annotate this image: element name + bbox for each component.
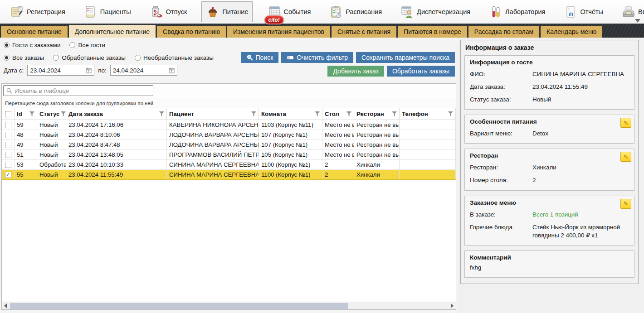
scrollbar-thumb[interactable] — [10, 303, 348, 309]
toolbar-item-events[interactable]: События cito! — [263, 2, 315, 22]
calendar-icon[interactable]: 7 — [86, 67, 92, 73]
cito-badge: cito! — [264, 15, 284, 24]
tab-eat-in-room[interactable]: Питаются в номере — [398, 26, 467, 38]
toolbar-item-label: Ввод текста — [638, 8, 644, 15]
table-row[interactable]: 48 Новый 23.04.2024 8:10:06 ЛОДОЧИНА ВАР… — [2, 130, 456, 140]
table-row[interactable]: 53 Обработан 23.04.2024 10:10:33 СИНИНА … — [2, 160, 456, 170]
column-header-patient[interactable]: Пациент — [167, 108, 259, 120]
cell-patient: КАВЕРИНА НИКОНОРА АРСЕНЬЕВНА — [167, 120, 259, 130]
select-all-checkbox[interactable] — [5, 111, 11, 117]
search-buttons-row: Поиск Очистить фильтр Сохранить параметр… — [241, 52, 455, 63]
cell-phone — [400, 150, 456, 159]
edit-order-menu-button[interactable] — [620, 199, 631, 209]
filter-icon[interactable] — [61, 111, 66, 116]
table-search-input[interactable] — [15, 87, 150, 94]
row-checkbox[interactable] — [5, 162, 11, 168]
toolbar-item-label: Расписания — [346, 8, 382, 15]
row-checkbox[interactable] — [5, 142, 11, 148]
cell-date: 23.04.2024 13:48:05 — [66, 150, 167, 159]
search-button[interactable]: Поиск — [241, 52, 279, 63]
radio-guests-with-orders[interactable]: Гости с заказами — [4, 42, 60, 48]
tab-nutrition-summary[interactable]: Сводка по питанию — [157, 26, 226, 38]
column-header-table[interactable]: Стол — [322, 108, 354, 120]
order-status-label: Статус заказа: — [470, 96, 532, 104]
filter-icon[interactable] — [159, 111, 164, 116]
tab-additional-nutrition[interactable]: Дополнительное питание — [69, 25, 156, 38]
fio-value: СИНИНА МАРИНА СЕРГЕЕВНА — [532, 70, 629, 78]
toolbar-item-dispatch[interactable]: Диспетчеризация — [396, 2, 474, 22]
column-header-restaurant[interactable]: Ресторан — [354, 108, 400, 120]
table-row-selected[interactable]: 55 Новый 23.04.2024 11:55:49 СИНИНА МАРИ… — [2, 170, 456, 180]
tab-menu-calendar[interactable]: Календарь меню — [541, 26, 602, 38]
order-menu-group: Заказное меню В заказе:Всего 1 позиций Г… — [464, 196, 634, 246]
toolbar-item-label: Регистрация — [27, 8, 65, 15]
comment-text: fxhg — [470, 264, 629, 272]
cell-room: 107 (Корпус №1) — [259, 140, 322, 149]
tab-table-seating[interactable]: Рассадка по столам — [468, 26, 539, 38]
scroll-left-icon[interactable] — [4, 303, 7, 308]
toolbar-item-nutrition[interactable]: Питание — [201, 1, 252, 22]
column-header-id[interactable]: Id — [15, 108, 37, 120]
process-orders-button[interactable]: Обработать заказы — [387, 66, 455, 77]
tab-removed-from-nutrition[interactable]: Снятые с питания — [332, 26, 396, 38]
filter-icon[interactable] — [315, 111, 320, 116]
pills-jar-icon — [149, 5, 164, 19]
orders-grid: Id Статус Дата заказа Пациент Комната Ст… — [2, 108, 456, 180]
date-to-input[interactable]: 24.04.2024 7 — [110, 65, 177, 76]
save-search-params-button[interactable]: Сохранить параметры поиска — [356, 52, 455, 63]
row-checkbox-checked[interactable] — [5, 172, 11, 178]
cell-phone — [400, 170, 456, 179]
table-row[interactable]: 51 Новый 23.04.2024 13:48:05 ПРОГРАММОВ … — [2, 150, 456, 160]
horizontal-scrollbar[interactable] — [2, 302, 456, 309]
filter-icon[interactable] — [392, 111, 397, 116]
cell-patient: ПРОГРАММОВ ВАСИЛИЙ ПЕТРОВИЧ — [167, 150, 259, 159]
column-header-room[interactable]: Комната — [259, 108, 322, 120]
group-title: Ресторан — [470, 152, 629, 159]
toolbar-item-vacation[interactable]: Отпуск — [146, 2, 190, 22]
filter-icon[interactable] — [346, 111, 351, 116]
table-search-row — [2, 84, 456, 98]
toolbar-item-schedules[interactable]: Расписания — [325, 2, 385, 22]
search-icon — [247, 54, 253, 61]
toolbar-item-label: Питание — [222, 8, 248, 15]
row-checkbox[interactable] — [5, 152, 11, 158]
tab-main-nutrition[interactable]: Основное питание — [1, 26, 68, 38]
tab-nutrition-changes[interactable]: Изменения питания пациентов — [227, 26, 330, 38]
add-order-button[interactable]: Добавить заказ — [327, 66, 384, 77]
toolbar-item-label: Диспетчеризация — [417, 8, 470, 15]
cell-patient: ЛОДОЧИНА ВАРВАРА АРСЕНЬЕВНА — [167, 130, 259, 140]
cell-patient: ЛОДОЧИНА ВАРВАРА АРСЕНЬЕВНА — [167, 140, 259, 149]
toolbar-item-laboratory[interactable]: Лаборатория — [485, 2, 549, 22]
filter-icon[interactable] — [251, 111, 256, 116]
toolbar-item-patients[interactable]: Пациенты — [80, 2, 135, 22]
radio-label: Гости с заказами — [12, 42, 60, 48]
column-header-order-date[interactable]: Дата заказа — [66, 108, 167, 120]
radio-all-guests[interactable]: Все гости — [69, 42, 105, 48]
registration-icon — [10, 5, 24, 19]
filter-icon[interactable] — [448, 111, 453, 116]
edit-restaurant-button[interactable] — [620, 152, 631, 162]
guest-filter-group: Гости с заказами Все гости — [4, 42, 105, 48]
radio-all-orders[interactable]: Все заказы — [4, 54, 44, 61]
scroll-right-icon[interactable] — [451, 303, 454, 308]
order-status-value: Новый — [532, 96, 629, 104]
date-range-row: Дата с: 23.04.2024 7 по: 24.04.2024 7 — [4, 65, 177, 76]
radio-processed-orders[interactable]: Обработанные заказы — [53, 54, 126, 61]
row-checkbox[interactable] — [5, 132, 11, 138]
calendar-icon[interactable]: 7 — [169, 67, 175, 73]
radio-unprocessed-orders[interactable]: Необработанные заказы — [135, 54, 214, 61]
row-checkbox[interactable] — [5, 122, 11, 128]
table-search-box[interactable] — [3, 85, 153, 96]
clear-filter-button[interactable]: Очистить фильтр — [281, 52, 353, 63]
cell-patient: СИНИНА МАРИНА СЕРГЕЕВНА — [167, 170, 259, 179]
toolbar-item-reports[interactable]: Отчёты — [560, 2, 607, 22]
table-row[interactable]: 49 Новый 23.04.2024 8:47:48 ЛОДОЧИНА ВАР… — [2, 140, 456, 150]
table-row[interactable]: 59 Новый 23.04.2024 17:16:06 КАВЕРИНА НИ… — [2, 120, 456, 130]
column-header-phone[interactable]: Телефон — [400, 108, 456, 120]
edit-nutrition-button[interactable] — [620, 118, 631, 128]
toolbar-overflow-icon[interactable] — [635, 19, 640, 23]
date-from-input[interactable]: 23.04.2024 7 — [27, 65, 94, 76]
filter-icon[interactable] — [29, 111, 34, 116]
toolbar-item-registration[interactable]: Регистрация — [6, 2, 69, 22]
column-header-status[interactable]: Статус — [37, 108, 66, 120]
